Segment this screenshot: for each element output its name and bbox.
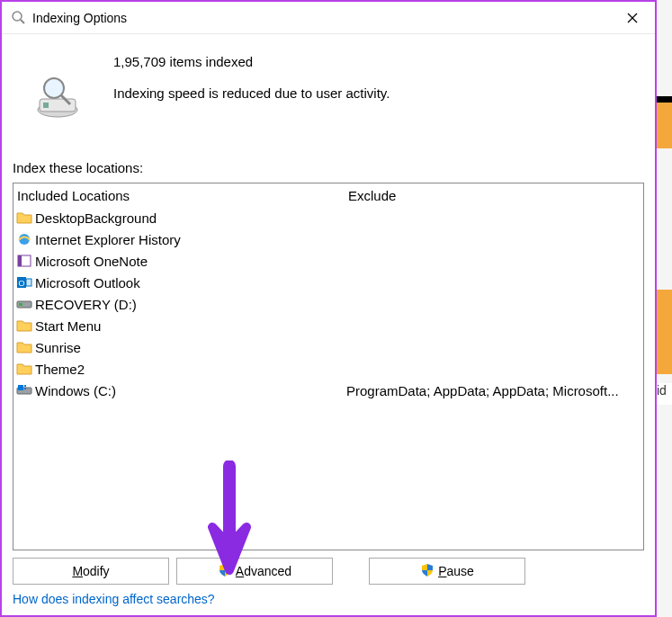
folder-icon	[15, 361, 33, 377]
indexing-speed-status: Indexing speed is reduced due to user ac…	[113, 85, 390, 101]
svg-rect-20	[24, 388, 26, 389]
modify-button[interactable]: Modify	[13, 558, 169, 585]
advanced-button[interactable]: Advanced	[176, 558, 333, 585]
background-peek	[657, 290, 672, 374]
indexing-options-dialog: Indexing Options 1,95,709 items indexed	[0, 0, 657, 617]
exclude-column-header[interactable]: Exclude	[345, 188, 643, 203]
list-header: Included Locations Exclude	[13, 183, 643, 207]
uac-shield-icon	[218, 563, 232, 580]
locations-section-label: Index these locations:	[13, 160, 644, 175]
status-block: 1,95,709 items indexed Indexing speed is…	[13, 50, 644, 122]
list-item[interactable]: Microsoft OneNote	[13, 250, 643, 272]
status-text: 1,95,709 items indexed Indexing speed is…	[113, 50, 390, 101]
drive-win-icon	[15, 382, 33, 398]
folder-icon	[15, 210, 33, 226]
drive-icon	[15, 296, 33, 312]
list-item[interactable]: Theme2	[13, 358, 643, 380]
help-link[interactable]: How does indexing affect searches?	[13, 592, 644, 608]
outlook-icon: O	[15, 274, 33, 291]
location-exclude: ProgramData; AppData; AppData; Microsoft…	[345, 383, 643, 398]
background-peek	[657, 96, 672, 148]
svg-rect-19	[24, 385, 26, 387]
onenote-icon	[15, 253, 33, 269]
location-name: Sunrise	[35, 340, 345, 355]
svg-rect-16	[19, 303, 22, 306]
svg-line-1	[21, 20, 24, 23]
location-name: Windows (C:)	[35, 383, 345, 398]
list-item[interactable]: Internet Explorer History	[13, 228, 643, 250]
svg-rect-6	[43, 103, 49, 108]
list-rows: DesktopBackgroundInternet Explorer Histo…	[13, 207, 643, 550]
button-accelerator: P	[438, 564, 446, 578]
location-name: Start Menu	[35, 318, 345, 334]
svg-rect-18	[18, 385, 23, 390]
location-name: Internet Explorer History	[35, 232, 345, 247]
pause-button[interactable]: Pause	[369, 558, 525, 585]
svg-rect-14	[26, 279, 31, 286]
button-accelerator: M	[72, 564, 83, 578]
dialog-body: 1,95,709 items indexed Indexing speed is…	[2, 34, 655, 615]
button-accelerator: A	[236, 564, 244, 578]
background-peek: id	[657, 383, 672, 405]
indexing-status-icon	[31, 72, 88, 122]
magnifier-icon	[9, 9, 27, 27]
close-button[interactable]	[610, 2, 655, 34]
button-label: ause	[446, 564, 473, 578]
items-indexed-count: 1,95,709 items indexed	[113, 54, 390, 69]
svg-point-7	[44, 78, 64, 98]
titlebar: Indexing Options	[2, 2, 655, 34]
uac-shield-icon	[420, 563, 435, 580]
ie-icon	[15, 231, 33, 247]
list-item[interactable]: Windows (C:)ProgramData; AppData; AppDat…	[13, 380, 643, 401]
location-name: Theme2	[35, 362, 345, 377]
svg-rect-11	[18, 255, 22, 266]
list-item[interactable]: OMicrosoft Outlook	[13, 272, 643, 293]
locations-list[interactable]: Included Locations Exclude DesktopBackgr…	[13, 183, 644, 550]
button-label: odify	[83, 564, 110, 578]
list-item[interactable]: Sunrise	[13, 336, 643, 358]
folder-icon	[15, 339, 33, 355]
button-label: dvanced	[244, 564, 291, 578]
location-name: RECOVERY (D:)	[35, 297, 345, 312]
svg-point-0	[13, 12, 22, 21]
list-item[interactable]: DesktopBackground	[13, 207, 643, 228]
location-name: Microsoft Outlook	[35, 275, 345, 291]
location-name: Microsoft OneNote	[35, 254, 345, 269]
folder-icon	[15, 317, 33, 334]
window-title: Indexing Options	[32, 11, 610, 25]
list-item[interactable]: Start Menu	[13, 315, 643, 336]
list-item[interactable]: RECOVERY (D:)	[13, 293, 643, 315]
button-row: Modify Advanced	[13, 558, 644, 592]
location-name: DesktopBackground	[35, 210, 345, 226]
svg-text:O: O	[18, 279, 24, 288]
included-column-header[interactable]: Included Locations	[13, 188, 345, 203]
